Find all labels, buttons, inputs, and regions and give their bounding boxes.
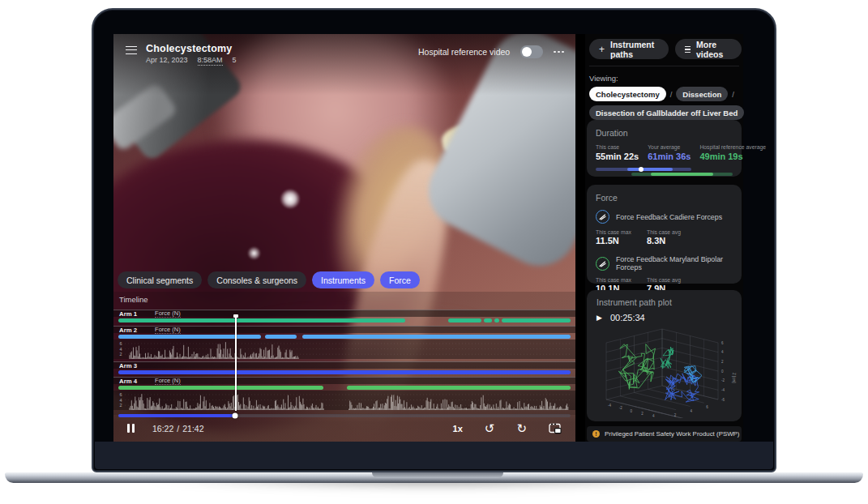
svg-text:-6: -6 (721, 398, 725, 402)
pip-icon[interactable] (549, 422, 562, 434)
svg-text:-2: -2 (619, 406, 622, 410)
arm-activity-bar[interactable] (118, 386, 571, 390)
arm-activity-bar[interactable] (118, 318, 571, 322)
video-player[interactable]: Cholecystectomy Apr 12, 2023 8:58AM 5 Ho… (113, 34, 575, 442)
panel-gap (575, 34, 585, 442)
duration-comparison-bars (596, 168, 733, 177)
case-time[interactable]: 8:58AM (198, 56, 223, 66)
crumb-step[interactable]: Dissection of Gallbladder off Liver Bed (589, 105, 744, 120)
force-stat-values: 11.5N 8.3N (596, 236, 733, 246)
force-instrument-name: Force Feedback Maryland Bipolar Forceps (616, 255, 733, 271)
timeline-title: Timeline (113, 292, 575, 304)
rewind-icon[interactable]: ↺ (485, 422, 495, 434)
svg-text:Z [cm]: Z [cm] (732, 373, 736, 383)
current-time: 16:22 (152, 424, 173, 434)
duration-stat-this-case: This case 55min 22s (596, 144, 639, 161)
svg-text:2: 2 (120, 352, 122, 357)
case-date: Apr 12, 2023 (146, 56, 188, 66)
duration-stat-your-average: Your average 61min 36s (648, 144, 691, 161)
plus-icon: + (599, 44, 605, 55)
duration-card: Duration This case 55min 22s Your averag… (587, 120, 742, 177)
force-instrument-row: Force Feedback Maryland Bipolar Forceps (596, 255, 733, 271)
laptop-bezel-chin (95, 442, 773, 469)
arm-name: Arm 1 (119, 310, 137, 318)
more-videos-label: More videos (696, 40, 732, 59)
maryland-bipolar-forceps-icon (596, 257, 609, 271)
case-count: 5 (233, 56, 237, 66)
divider (589, 66, 739, 66)
arm-label-row: Arm 4Force (N) (113, 377, 575, 384)
arm-label-row: Arm 1Force (N) (113, 310, 575, 317)
duration-marker-dot (639, 167, 644, 172)
svg-text:2: 2 (641, 412, 644, 416)
pswp-disclaimer-text: Privileged Patient Safety Work Product (… (605, 430, 740, 438)
timeline-arms: Arm 1Force (N)Arm 2Force (N)642Arm 3Arm … (113, 310, 575, 410)
menu-icon[interactable] (126, 46, 137, 54)
time-display: 16:22 / 21:42 (152, 424, 203, 434)
instrument-paths-label: Instrument paths (610, 40, 659, 59)
duration-stat-hospital-average: Hospital reference average 49min 19s (699, 144, 766, 161)
svg-text:6: 6 (120, 341, 122, 346)
svg-text:4: 4 (120, 398, 122, 403)
duration-card-title: Duration (596, 128, 733, 138)
overflow-menu-icon[interactable] (554, 48, 564, 57)
duration-stats: This case 55min 22s Your average 61min 3… (596, 144, 733, 161)
force-stat-labels: This case max This case avg (596, 229, 733, 235)
controls-right: 1x ↺ ↻ (453, 422, 562, 434)
arm-activity-bar[interactable] (118, 370, 571, 374)
arm-activity-bar[interactable] (118, 335, 571, 339)
instrument-path-3d-plot[interactable]: 6420-2-4-6Z [cm]-4-2024246 (593, 322, 738, 418)
segment-tabs: Clinical segments Consoles & surgeons In… (118, 271, 420, 288)
force-stat-labels: This case max This case avg (596, 277, 733, 283)
laptop-base-notch (372, 472, 503, 478)
arm-axis-label: Force (N) (155, 326, 181, 334)
plot-timestamp: 00:25:34 (610, 313, 645, 322)
svg-text:0: 0 (631, 409, 633, 413)
plot-play-control[interactable]: ▶ 00:25:34 (596, 313, 735, 322)
crumb-separator: / (732, 90, 734, 99)
playback-controls: 16:22 / 21:42 1x ↺ ↻ (113, 415, 575, 442)
svg-text:4: 4 (721, 350, 724, 354)
tab-clinical-segments[interactable]: Clinical segments (118, 271, 202, 288)
svg-text:6: 6 (120, 392, 122, 397)
crumb-procedure[interactable]: Cholecystectomy (589, 87, 666, 101)
svg-text:-4: -4 (721, 388, 725, 392)
svg-text:6: 6 (721, 341, 724, 345)
player-header: Cholecystectomy Apr 12, 2023 8:58AM 5 Ho… (113, 34, 575, 71)
case-title: Cholecystectomy (146, 43, 237, 54)
total-time: 21:42 (182, 424, 203, 434)
tab-force[interactable]: Force (380, 271, 420, 288)
forward-icon[interactable]: ↻ (516, 422, 527, 434)
instrument-paths-button[interactable]: + Instrument paths (589, 39, 669, 59)
plot-card-title: Instrument path plot (593, 297, 735, 307)
duration-bar-segment (627, 168, 673, 171)
instrument-path-plot-card: Instrument path plot ▶ 00:25:34 6420-2-4… (587, 290, 742, 421)
arm-axis-label: Force (N) (155, 310, 181, 318)
play-icon: ▶ (596, 314, 602, 322)
force-waveform: 642 (113, 391, 575, 410)
force-card-title: Force (596, 193, 733, 203)
svg-text:0: 0 (721, 369, 724, 374)
tab-consoles-surgeons[interactable]: Consoles & surgeons (207, 271, 306, 288)
arm-name: Arm 2 (119, 327, 137, 334)
svg-text:4: 4 (652, 414, 655, 418)
speed-button[interactable]: 1x (453, 424, 463, 434)
playhead[interactable] (235, 316, 237, 411)
pswp-disclaimer: ! Privileged Patient Safety Work Product… (587, 426, 742, 442)
pause-button[interactable] (127, 424, 135, 433)
sidebar-actions: + Instrument paths More videos (587, 39, 742, 59)
reference-toggle[interactable] (520, 45, 543, 58)
arm-axis-label: Force (N) (155, 377, 181, 385)
viewing-label: Viewing: (589, 74, 742, 83)
reference-toggle-label: Hospital reference video (418, 47, 510, 57)
arm-name: Arm 3 (119, 362, 137, 369)
force-waveform: 642 (113, 340, 575, 359)
list-icon (685, 46, 691, 53)
toggle-knob (522, 47, 532, 57)
more-videos-button[interactable]: More videos (675, 39, 742, 59)
tab-instruments[interactable]: Instruments (312, 271, 374, 288)
crumb-phase[interactable]: Dissection (676, 87, 728, 101)
svg-text:-2: -2 (721, 378, 725, 382)
svg-text:4: 4 (120, 347, 122, 352)
arm-name: Arm 4 (119, 378, 137, 385)
